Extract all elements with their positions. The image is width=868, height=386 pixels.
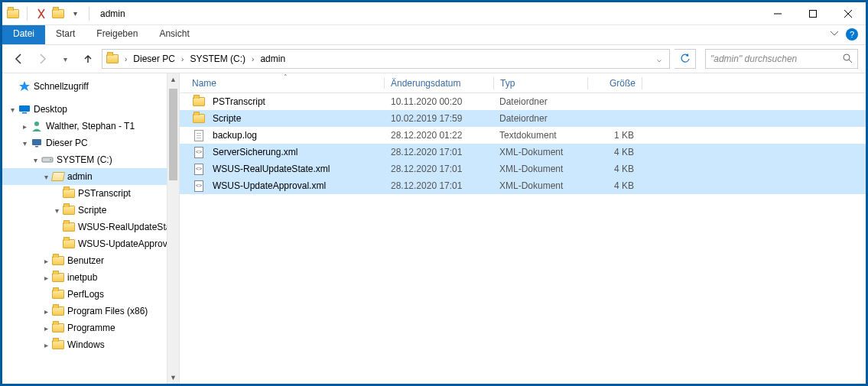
tree-item[interactable]: ▸Program Files (x86) [2,303,179,320]
column-size[interactable]: Größe [588,75,642,92]
tab-freigeben[interactable]: Freigeben [86,25,148,44]
column-name[interactable]: ˄ Name [186,75,385,92]
svg-point-8 [50,159,51,161]
close-button[interactable] [831,2,866,25]
tree-caret-icon[interactable]: ▾ [51,206,62,215]
folder-icon [62,221,76,233]
tab-datei[interactable]: Datei [2,25,45,44]
chevron-right-icon[interactable]: › [180,55,185,63]
tree-item[interactable]: PerfLogs [2,286,179,303]
tree-caret-icon[interactable]: ▾ [19,139,30,148]
tree-caret-icon[interactable]: ▸ [41,307,51,316]
help-icon[interactable]: ? [846,28,858,41]
chevron-right-icon[interactable]: › [250,55,255,63]
breadcrumb-dropdown-icon[interactable]: ⌵ [652,52,666,66]
tree-item-label: Schnellzugriff [34,81,89,92]
tree-item[interactable]: ▾Dieser PC [2,135,179,151]
tree-item-label: inetpub [67,272,97,283]
refresh-button[interactable] [675,49,696,69]
folder-icon [51,271,65,284]
tab-ansicht[interactable]: Ansicht [148,25,200,44]
address-bar-row: ▾ › Dieser PC › SYSTEM (C:) › admin ⌵ [2,45,866,73]
tree-caret-icon[interactable]: ▸ [41,341,51,349]
folder-icon [192,112,206,125]
columns-header: ˄ Name Änderungsdatum Typ Größe [180,73,866,93]
tree-item[interactable]: ▾SYSTEM (C:) [2,151,179,168]
file-row[interactable]: PSTranscript10.11.2020 00:20Dateiordner [180,93,866,110]
file-row[interactable]: WSUS-UpdateApproval.xml28.12.2020 17:01X… [180,177,866,194]
tree-item[interactable]: ▸Benutzer [2,252,179,269]
tree-item[interactable]: ▸Windows [2,336,179,353]
breadcrumb-item[interactable]: admin [257,52,288,66]
tree-item[interactable]: WSUS-RealUpdateState [2,219,179,235]
file-row[interactable]: ServerSicherung.xml28.12.2020 17:01XML-D… [180,144,866,161]
qa-dropdown-icon[interactable]: ▾ [69,8,81,20]
folder-icon [62,187,76,199]
tree-item-label: Benutzer [67,255,104,266]
folder-small-icon[interactable] [52,8,64,20]
tree-caret-icon[interactable]: ▸ [41,257,51,265]
svg-rect-0 [810,10,817,17]
tree-item[interactable]: ▸Programme [2,320,179,336]
tree-item[interactable]: ▸Walther, Stephan - T1 [2,118,179,135]
tree-caret-icon[interactable]: ▾ [7,105,18,114]
tree-item[interactable]: ▸inetpub [2,269,179,286]
breadcrumb[interactable]: › Dieser PC › SYSTEM (C:) › admin ⌵ [102,49,670,69]
folder-icon [192,96,206,108]
nav-up-button[interactable] [79,50,97,68]
tree-item[interactable]: WSUS-UpdateApproval [2,235,179,252]
minimize-button[interactable] [760,2,795,25]
tree-caret-icon[interactable]: ▾ [41,173,51,181]
tree-item[interactable]: PSTranscript [2,185,179,202]
nav-forward-button[interactable] [33,50,51,68]
chevron-right-icon[interactable]: › [123,55,128,63]
tree-caret-icon[interactable]: ▸ [41,274,51,282]
file-type: Dateiordner [493,112,587,125]
svg-rect-5 [32,139,41,145]
file-row[interactable]: backup.log28.12.2020 01:22Textdokument1 … [180,127,866,144]
quick-icon [18,80,31,92]
column-name-label: Name [192,78,216,89]
ribbon-tabs: Datei Start Freigeben Ansicht ? [2,25,866,45]
tree-caret-icon[interactable]: ▾ [30,156,41,164]
svg-rect-2 [19,105,30,112]
file-size: 4 KB [587,162,640,176]
file-row[interactable]: Scripte10.02.2019 17:59Dateiordner [180,110,866,127]
tree-caret-icon[interactable]: ▸ [41,324,51,332]
tree-item[interactable]: ▾Scripte [2,202,179,219]
file-date: 28.12.2020 17:01 [385,179,493,193]
folder-icon [51,339,65,351]
tree-item-label: admin [67,171,93,182]
scrollbar[interactable]: ▲ ▼ [167,73,179,384]
search-input[interactable] [710,54,842,64]
column-type[interactable]: Typ [494,75,587,92]
maximize-button[interactable] [795,2,831,25]
tree-item[interactable]: ▾Desktop [2,101,179,118]
tab-start[interactable]: Start [45,25,86,44]
file-date: 28.12.2020 17:01 [385,145,493,159]
tree-item-label: SYSTEM (C:) [57,154,112,165]
breadcrumb-item[interactable]: Dieser PC [130,52,178,66]
file-date: 10.02.2019 17:59 [385,112,493,125]
file-name: Scripte [213,113,241,124]
search-icon[interactable] [842,53,853,66]
scroll-up-icon[interactable]: ▲ [167,73,179,86]
file-name: PSTranscript [213,96,265,107]
qa-properties-icon[interactable] [35,8,47,20]
column-date[interactable]: Änderungsdatum [385,75,493,92]
file-row[interactable]: WSUS-RealUpdateState.xml28.12.2020 17:01… [180,161,866,177]
recent-locations-button[interactable]: ▾ [56,50,74,68]
tree-item[interactable]: Schnellzugriff [2,78,179,95]
ribbon-expand-icon[interactable] [824,25,844,44]
scroll-down-icon[interactable]: ▼ [167,371,179,384]
nav-back-button[interactable] [10,50,28,68]
tree-item-label: Walther, Stephan - T1 [46,121,135,131]
search-box[interactable] [705,49,858,69]
desktop-icon [18,103,31,115]
scrollbar-thumb[interactable] [169,89,177,180]
tree-caret-icon[interactable]: ▸ [19,122,30,131]
file-type: Textdokument [493,128,587,142]
tree-item[interactable]: ▾admin [2,168,179,185]
breadcrumb-item[interactable]: SYSTEM (C:) [187,52,249,66]
file-size: 4 KB [587,145,640,159]
